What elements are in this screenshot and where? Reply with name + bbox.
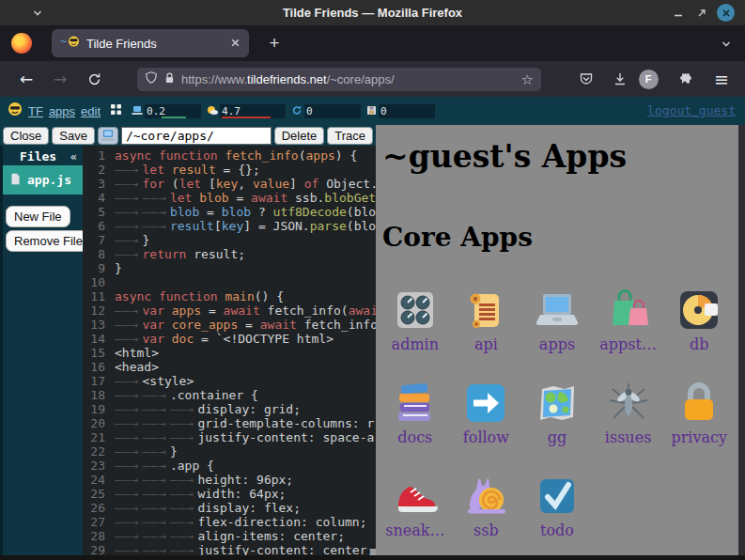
code-line: 25——→——→——→width: 64px; xyxy=(83,487,376,501)
app-label: db xyxy=(690,335,708,353)
trace-button[interactable]: Trace xyxy=(327,127,373,145)
code-line: 18——→——→.container { xyxy=(83,388,376,402)
scroll-icon xyxy=(463,288,508,333)
code-text: ——→——→.app { xyxy=(115,459,214,473)
sync-mini-icon xyxy=(291,102,303,119)
line-number: 24 xyxy=(83,473,115,487)
restore-button[interactable] xyxy=(692,4,710,22)
code-line: 28——→——→——→align-items: center; xyxy=(83,529,376,543)
new-tab-button[interactable]: + xyxy=(264,33,285,54)
collapse-sidebar-icon[interactable]: « xyxy=(70,150,77,163)
laptop-icon-button[interactable] xyxy=(98,127,118,145)
code-line: 2——→let result = {}; xyxy=(83,163,376,177)
sync-meter: 0 xyxy=(291,102,361,119)
code-text: ——→<style> xyxy=(115,374,194,388)
close-window-button[interactable] xyxy=(717,4,735,22)
tf-home-link[interactable]: TF xyxy=(28,104,43,118)
laptop-mini-icon xyxy=(132,102,143,119)
code-text: ——→——→——→display: flex; xyxy=(115,501,301,515)
editor-toolbar: Close Save /~core/apps/ Delete Trace xyxy=(0,125,376,146)
minimize-button[interactable] xyxy=(669,4,687,22)
shield-icon[interactable] xyxy=(145,70,158,88)
downloads-icon[interactable] xyxy=(609,68,631,90)
code-editor[interactable]: 1async function fetch_info(apps) {2——→le… xyxy=(83,146,376,560)
bookmark-star-icon[interactable]: ☆ xyxy=(521,71,534,88)
code-line: 26——→——→——→display: flex; xyxy=(83,501,376,515)
line-number: 25 xyxy=(83,487,115,501)
app-db[interactable]: db xyxy=(665,275,733,366)
save-button[interactable]: Save xyxy=(52,127,95,145)
account-avatar[interactable]: F xyxy=(637,68,660,90)
laptop-icon xyxy=(535,288,580,333)
close-button[interactable]: Close xyxy=(3,127,49,145)
app-todo[interactable]: todo xyxy=(523,461,591,552)
cpu-meter: 0.2 xyxy=(132,102,201,119)
minidisc-icon xyxy=(676,288,722,333)
app-docs[interactable]: docs xyxy=(381,368,449,459)
app-gg[interactable]: gg xyxy=(523,368,591,459)
line-number: 27 xyxy=(83,515,115,529)
app-follow[interactable]: follow xyxy=(452,368,520,459)
extensions-puzzle-icon[interactable] xyxy=(676,68,699,90)
code-text: ——→——→——→display: grid; xyxy=(115,402,301,416)
titlebar-chevron-down-icon[interactable] xyxy=(28,4,46,22)
code-line: 8——→return result; xyxy=(83,247,376,261)
tab-close-icon[interactable] xyxy=(230,35,241,52)
code-text: ——→let result = {}; xyxy=(115,163,260,177)
remove-file-button[interactable]: Remove File xyxy=(6,230,91,252)
code-line: 15<html> xyxy=(83,346,376,360)
apps-page: ~guest's Apps Core Apps adminapiappsapps… xyxy=(376,125,738,560)
path-input[interactable]: /~core/apps/ xyxy=(121,127,272,145)
snail-icon xyxy=(463,474,508,519)
reload-button[interactable] xyxy=(83,68,105,90)
line-number: 8 xyxy=(83,247,115,261)
app-admin[interactable]: admin xyxy=(381,275,449,366)
back-button[interactable]: ← xyxy=(15,68,38,90)
delete-button[interactable]: Delete xyxy=(274,127,325,145)
code-line: 21——→——→——→justify-content: space-a xyxy=(83,430,376,444)
window-titlebar: Tilde Friends — Mozilla Firefox xyxy=(0,0,745,25)
forward-button[interactable]: → xyxy=(49,68,71,90)
app-apps[interactable]: apps xyxy=(523,275,591,366)
code-text: <head> xyxy=(115,360,159,374)
line-number: 10 xyxy=(83,275,115,289)
code-line: 23——→——→.app { xyxy=(83,459,376,473)
line-number: 12 xyxy=(83,303,115,318)
files-sidebar: Files « app.js New File Remove File xyxy=(0,146,83,560)
tab-tilde-friends[interactable]: ~ Tilde Friends xyxy=(52,29,249,57)
list-all-tabs-chevron-icon[interactable] xyxy=(721,37,732,54)
vertical-scrollbar[interactable] xyxy=(738,125,745,560)
code-text: ——→——→——→width: 64px; xyxy=(115,487,286,501)
line-number: 4 xyxy=(83,191,115,205)
tf-apps-link[interactable]: apps xyxy=(49,104,75,118)
line-number: 21 xyxy=(83,430,115,444)
code-text: ——→——→——→align-items: center; xyxy=(115,529,345,543)
smiley-sunglasses-icon xyxy=(8,101,23,120)
files-panel-title: Files xyxy=(20,149,70,163)
code-line: 10 xyxy=(83,275,376,289)
window-bottom-edge xyxy=(0,555,745,560)
tf-edit-link[interactable]: edit xyxy=(81,104,101,118)
app-ssb[interactable]: ssb xyxy=(452,461,520,552)
app-sneak[interactable]: sneak… xyxy=(381,461,449,552)
logout-guest-link[interactable]: logout_guest xyxy=(647,103,736,117)
tab-bar: ~ Tilde Friends + xyxy=(0,25,745,61)
storage-meter: 0 xyxy=(366,102,435,119)
app-privacy[interactable]: privacy xyxy=(665,368,733,459)
line-number: 18 xyxy=(83,388,115,402)
new-file-button[interactable]: New File xyxy=(6,206,70,227)
app-issues[interactable]: issues xyxy=(595,368,662,459)
url-bar[interactable]: https://www.tildefriends.net/~core/apps/… xyxy=(137,68,541,91)
app-api[interactable]: api xyxy=(452,275,520,366)
app-appst[interactable]: appst… xyxy=(595,275,662,366)
file-item-appjs[interactable]: app.js xyxy=(3,165,83,194)
code-line: 7——→} xyxy=(83,233,376,247)
tab-favicon-icon: ~ xyxy=(60,35,80,52)
app-label: privacy xyxy=(671,428,727,446)
menu-hamburger-icon[interactable]: ≡ xyxy=(710,68,733,90)
lock-icon[interactable] xyxy=(163,71,176,88)
pocket-icon[interactable] xyxy=(575,68,598,90)
grid-icon[interactable] xyxy=(110,102,122,119)
app-label: issues xyxy=(605,428,652,446)
running-shoe-icon xyxy=(393,474,438,519)
